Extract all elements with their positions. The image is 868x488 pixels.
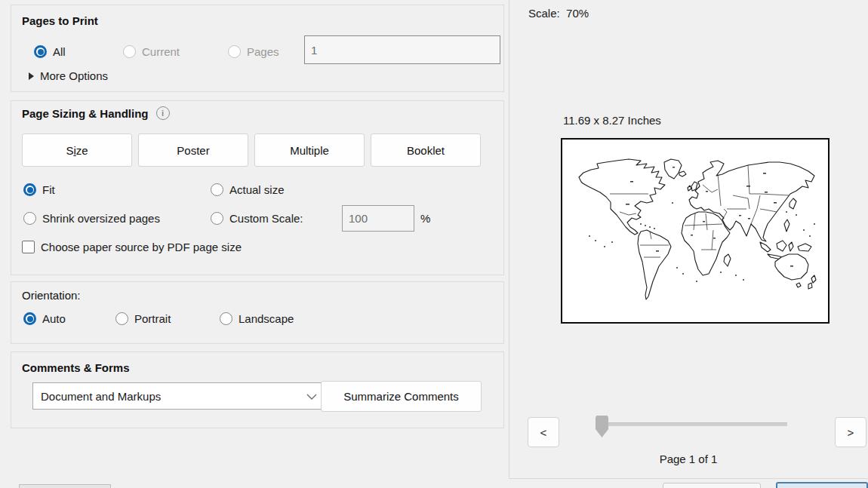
page-slider-track[interactable] bbox=[599, 422, 787, 426]
info-icon[interactable]: i bbox=[156, 106, 170, 120]
comments-forms-section: Comments & Forms Document and Markups Su… bbox=[11, 351, 504, 428]
radio-fit[interactable] bbox=[23, 183, 36, 196]
paper-source-label: Choose paper source by PDF page size bbox=[41, 241, 242, 253]
radio-pages[interactable] bbox=[228, 45, 241, 58]
scale-value: 70% bbox=[566, 7, 589, 20]
panel-separator bbox=[509, 0, 509, 478]
percent-sign: % bbox=[420, 212, 430, 225]
scale-readout: Scale: 70% bbox=[528, 7, 589, 20]
next-page-button[interactable]: > bbox=[835, 417, 866, 447]
previous-page-button[interactable]: < bbox=[528, 417, 559, 447]
radio-all[interactable] bbox=[34, 45, 47, 58]
page-preview-thumbnail bbox=[561, 138, 830, 324]
orientation-section: Orientation: Auto Portrait Landscape bbox=[11, 281, 504, 344]
radio-current-label: Current bbox=[142, 45, 180, 58]
footer-print-button-partial[interactable] bbox=[776, 482, 868, 488]
radio-all-label: All bbox=[53, 45, 66, 58]
multiple-button[interactable]: Multiple bbox=[254, 134, 365, 167]
size-button-label: S bbox=[66, 144, 73, 157]
page-sizing-title: Page Sizing & Handling bbox=[22, 107, 149, 120]
page-status: Page 1 of 1 bbox=[509, 453, 868, 465]
paper-source-checkbox[interactable] bbox=[22, 241, 35, 253]
summarize-comments-button[interactable]: Summarize Comments bbox=[321, 381, 482, 412]
radio-portrait[interactable] bbox=[115, 312, 128, 325]
radio-landscape[interactable] bbox=[220, 312, 232, 325]
custom-scale-input[interactable]: 100 bbox=[342, 205, 414, 232]
print-dialog: Pages to Print All Current Pages 1 More … bbox=[0, 0, 868, 488]
orientation-title: Orientation: bbox=[22, 289, 81, 302]
radio-actual-size-label: Actual size bbox=[229, 183, 285, 196]
radio-fit-label: Fit bbox=[42, 183, 55, 196]
dropdown-value: Document and Markups bbox=[41, 390, 161, 403]
size-button[interactable]: Size bbox=[22, 134, 132, 167]
footer-left-button-partial[interactable] bbox=[19, 484, 111, 488]
radio-actual-size[interactable] bbox=[211, 183, 223, 196]
radio-pages-label: Pages bbox=[247, 45, 279, 58]
radio-custom-scale[interactable] bbox=[211, 212, 223, 225]
radio-landscape-label: Landscape bbox=[239, 312, 294, 325]
world-map-preview bbox=[562, 140, 828, 322]
poster-button[interactable]: Poster bbox=[138, 134, 248, 167]
page-sizing-section: Page Sizing & Handling i Size Poster Mul… bbox=[11, 100, 504, 275]
radio-auto[interactable] bbox=[23, 312, 36, 325]
more-options-expander[interactable]: More Options bbox=[29, 69, 108, 82]
scale-label: Scale: bbox=[528, 7, 560, 20]
preview-panel-border bbox=[509, 478, 868, 479]
page-dimensions-label: 11.69 x 8.27 Inches bbox=[563, 114, 661, 127]
size-button-label-rest: ze bbox=[76, 144, 88, 157]
radio-portrait-label: Portrait bbox=[134, 312, 171, 325]
chevron-down-icon bbox=[306, 390, 317, 403]
pages-range-input[interactable]: 1 bbox=[304, 35, 500, 64]
expander-triangle-icon bbox=[29, 72, 34, 80]
comments-forms-dropdown[interactable]: Document and Markups bbox=[32, 382, 325, 410]
radio-auto-label: Auto bbox=[42, 312, 66, 325]
page-slider-thumb[interactable] bbox=[596, 416, 608, 437]
more-options-label: More Options bbox=[40, 69, 108, 82]
comments-forms-title: Comments & Forms bbox=[22, 361, 130, 374]
pages-to-print-title: Pages to Print bbox=[22, 14, 98, 27]
radio-shrink-oversized[interactable] bbox=[23, 212, 36, 225]
radio-shrink-label: Shrink oversized pages bbox=[42, 212, 160, 225]
footer-cancel-button-partial[interactable] bbox=[663, 483, 761, 488]
radio-current[interactable] bbox=[123, 45, 136, 58]
radio-custom-scale-label: Custom Scale: bbox=[229, 212, 303, 225]
pages-to-print-section: Pages to Print All Current Pages 1 More … bbox=[11, 5, 504, 92]
booklet-button[interactable]: Booklet bbox=[371, 134, 481, 167]
